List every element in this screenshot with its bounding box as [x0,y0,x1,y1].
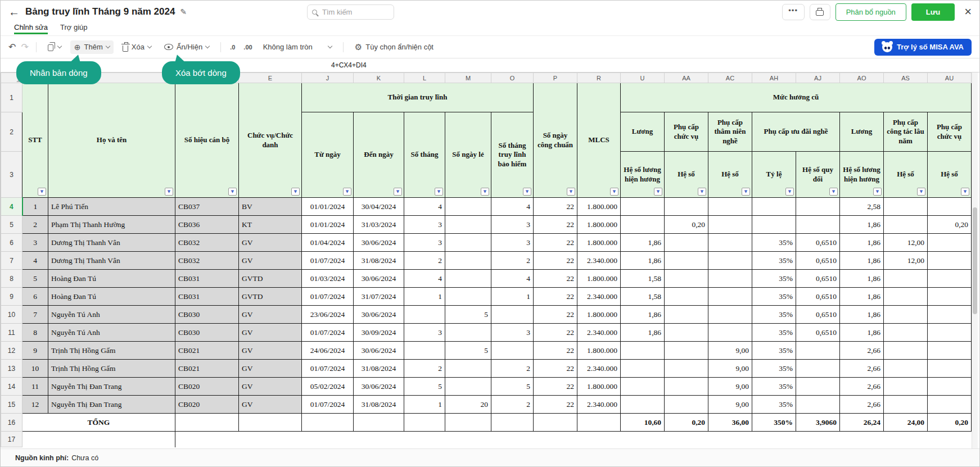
column-letter[interactable]: AO [840,73,884,83]
grid-cell[interactable]: 1,86 [840,252,884,270]
grid-cell[interactable]: 2,58 [840,198,884,216]
scrollbar-thumb[interactable] [973,207,977,314]
row-header[interactable]: 11 [1,324,22,342]
grid-cell[interactable]: 1.800.000 [577,378,621,396]
grid-cell[interactable] [884,342,928,360]
grid-cell[interactable]: 35% [752,306,796,324]
row-header[interactable]: 10 [1,306,22,324]
grid-cell[interactable]: Nguyễn Tú Anh [48,324,175,342]
grid-cell[interactable] [445,360,491,378]
grid-cell[interactable]: 30/06/2024 [354,342,404,360]
grid-cell[interactable]: 3 [404,234,445,252]
grid-cell[interactable] [884,270,928,288]
grid-cell[interactable]: 1.800.000 [577,234,621,252]
grid-cell[interactable]: 35% [752,270,796,288]
grid-cell[interactable]: Hoàng Đan Tú [48,270,175,288]
column-letter[interactable]: R [577,73,621,83]
grid-cell[interactable] [665,378,708,396]
grid-cell[interactable] [884,306,928,324]
grid-cell[interactable] [928,234,972,252]
column-letter[interactable]: AH [752,73,796,83]
grid-cell[interactable] [404,414,445,432]
grid-cell[interactable]: 6 [22,288,48,306]
grid-cell[interactable]: 12,00 [884,234,928,252]
grid-cell[interactable]: 2,66 [840,360,884,378]
grid-cell[interactable]: 31/08/2024 [354,252,404,270]
grid-cell[interactable]: 1,86 [840,216,884,234]
grid-cell[interactable]: 2 [22,216,48,234]
filter-icon[interactable]: ▼ [38,188,46,196]
total-cell[interactable]: 24,00 [884,414,928,432]
grid-cell[interactable]: GV [239,360,302,378]
grid-cell[interactable] [445,288,491,306]
grid-cell[interactable] [621,198,665,216]
grid-cell[interactable] [665,396,708,414]
grid-cell[interactable]: 4 [404,198,445,216]
save-button[interactable]: Lưu [911,3,955,21]
grid-cell[interactable]: 5 [445,306,491,324]
grid-cell[interactable]: 2.340.000 [577,396,621,414]
misa-ava-assistant-button[interactable]: Trợ lý số MISA AVA [874,39,972,56]
grid-cell[interactable]: 01/07/2024 [302,324,354,342]
grid-cell[interactable] [665,252,708,270]
grid-cell[interactable] [302,414,354,432]
grid-cell[interactable]: 10 [22,360,48,378]
grid-cell[interactable] [884,288,928,306]
total-cell[interactable]: 3,9060 [796,414,840,432]
grid-cell[interactable]: 1,86 [621,234,665,252]
allocate-source-button[interactable]: Phân bổ nguồn [836,3,906,21]
grid-cell[interactable]: 0,6510 [796,306,840,324]
duplicate-button[interactable] [44,40,65,53]
grid-cell[interactable] [796,378,840,396]
grid-cell[interactable] [796,342,840,360]
grid-cell[interactable] [884,378,928,396]
grid-cell[interactable] [884,324,928,342]
grid-cell[interactable]: 2.340.000 [577,252,621,270]
grid-cell[interactable]: GV [239,306,302,324]
filter-icon[interactable]: ▼ [343,188,351,196]
grid-cell[interactable] [404,342,445,360]
grid-cell[interactable]: BV [239,198,302,216]
grid-cell[interactable]: 30/06/2024 [354,378,404,396]
filter-icon[interactable]: ▼ [654,188,662,196]
grid-cell[interactable]: 3 [22,234,48,252]
grid-cell[interactable]: GVTD [239,270,302,288]
grid-cell[interactable]: 4 [491,198,534,216]
grid-cell[interactable]: Nguyễn Thị Đan Trang [48,378,175,396]
grid-cell[interactable]: 01/01/2024 [302,198,354,216]
grid-cell[interactable]: 35% [752,378,796,396]
grid-cell[interactable]: 2.340.000 [577,360,621,378]
search-input[interactable] [321,7,383,17]
grid-cell[interactable] [491,342,534,360]
grid-cell[interactable]: Trịnh Thị Hồng Gấm [48,342,175,360]
grid-cell[interactable]: 35% [752,252,796,270]
grid-cell[interactable]: 4 [404,270,445,288]
filter-icon[interactable]: ▼ [917,188,925,196]
filter-icon[interactable]: ▼ [291,188,300,196]
grid-cell[interactable]: 01/07/2024 [302,288,354,306]
grid-cell[interactable]: 35% [752,360,796,378]
grid-cell[interactable] [445,324,491,342]
grid-cell[interactable]: 01/04/2024 [302,234,354,252]
grid-cell[interactable]: 1,86 [840,234,884,252]
grid-cell[interactable] [175,414,239,432]
filter-icon[interactable]: ▼ [567,188,575,196]
grid-cell[interactable]: 22 [534,324,577,342]
grid-cell[interactable] [491,306,534,324]
grid-cell[interactable]: 5 [404,378,445,396]
grid-cell[interactable]: GV [239,342,302,360]
grid-cell[interactable] [22,432,175,447]
column-letter[interactable]: AC [708,73,752,83]
row-header[interactable]: 6 [1,234,22,252]
grid-cell[interactable] [665,360,708,378]
grid-cell[interactable]: 01/07/2024 [302,360,354,378]
grid-cell[interactable] [708,288,752,306]
total-cell[interactable]: 26,24 [840,414,884,432]
grid-cell[interactable] [928,306,972,324]
grid-cell[interactable]: 22 [534,288,577,306]
column-options-button[interactable]: ⚙Tùy chọn ẩn/hiện cột [351,40,437,55]
close-icon[interactable]: × [964,6,972,18]
row-header[interactable]: 7 [1,252,22,270]
grid-cell[interactable]: GV [239,234,302,252]
grid-cell[interactable] [752,216,796,234]
